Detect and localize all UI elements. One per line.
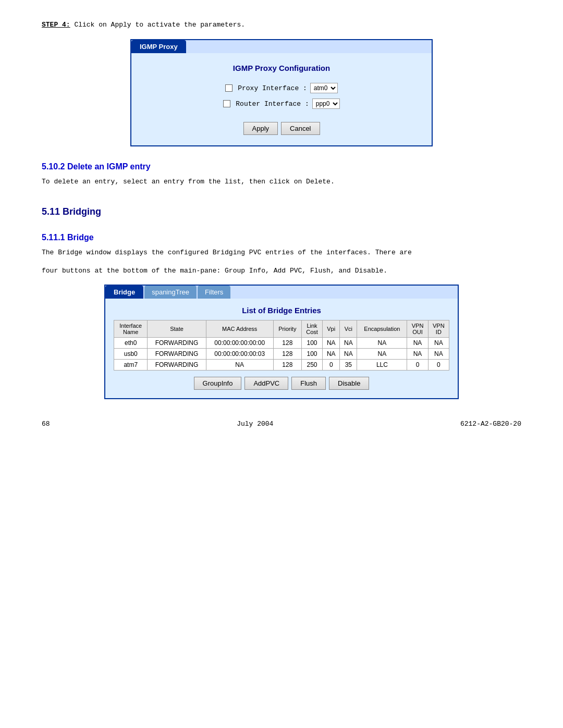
igmp-proxy-tab[interactable]: IGMP Proxy	[131, 40, 186, 53]
col-mac-address: MAC Address	[206, 320, 273, 338]
cell-eth0-mac: 00:00:00:00:00:00	[206, 338, 273, 349]
step-text: Click on Apply to activate the parameter…	[70, 21, 245, 29]
cell-atm7-encap: LLC	[357, 360, 407, 371]
cell-eth0-iface: eth0	[114, 338, 148, 349]
router-interface-row: Router Interface : ppp0 ppp1 eth0	[147, 98, 416, 109]
col-vpi: Vpi	[323, 320, 340, 338]
igmp-tab-row: IGMP Proxy	[131, 40, 432, 53]
cell-eth0-priority: 128	[273, 338, 301, 349]
filters-tab[interactable]: Filters	[198, 286, 230, 299]
apply-button[interactable]: Apply	[243, 122, 278, 135]
cell-usb0-mac: 00:00:00:00:00:03	[206, 349, 273, 360]
proxy-interface-row: Proxy Interface : atm0 atm1 eth0	[147, 83, 416, 93]
cell-usb0-vpnid: NA	[428, 349, 449, 360]
cell-usb0-state: FORWARDING	[148, 349, 206, 360]
footer-date: July 2004	[237, 420, 273, 428]
bridge-table-header: InterfaceName State MAC Address Priority…	[114, 320, 449, 338]
cancel-button[interactable]: Cancel	[281, 122, 320, 135]
router-interface-checkbox[interactable]	[223, 100, 230, 107]
router-interface-label: Router Interface :	[236, 100, 309, 108]
cell-usb0-priority: 128	[273, 349, 301, 360]
footer-doc: 6212-A2-GB20-20	[460, 420, 521, 428]
col-priority: Priority	[273, 320, 301, 338]
col-state: State	[148, 320, 206, 338]
addpvc-button[interactable]: AddPVC	[244, 377, 288, 390]
cell-usb0-vpi: NA	[323, 349, 340, 360]
cell-eth0-vpi: NA	[323, 338, 340, 349]
cell-atm7-vci: 35	[340, 360, 357, 371]
col-interface-name: InterfaceName	[114, 320, 148, 338]
section-5-10-2-body: To delete an entry, select an entry from…	[42, 177, 521, 188]
col-vpn-id: VPNID	[428, 320, 449, 338]
cell-usb0-encap: NA	[357, 349, 407, 360]
col-vpn-oui: VPNOUI	[407, 320, 428, 338]
flush-button[interactable]: Flush	[291, 377, 326, 390]
cell-atm7-mac: NA	[206, 360, 273, 371]
igmp-proxy-panel: IGMP Proxy IGMP Proxy Configuration Prox…	[130, 39, 433, 146]
igmp-button-row: Apply Cancel	[147, 122, 416, 135]
bridge-body: List of Bridge Entries InterfaceName Sta…	[105, 299, 458, 398]
cell-atm7-linkcost: 250	[301, 360, 322, 371]
cell-eth0-vci: NA	[340, 338, 357, 349]
footer: 68 July 2004 6212-A2-GB20-20	[42, 420, 521, 428]
cell-eth0-vpnid: NA	[428, 338, 449, 349]
cell-atm7-priority: 128	[273, 360, 301, 371]
cell-eth0-linkcost: 100	[301, 338, 322, 349]
cell-usb0-vci: NA	[340, 349, 357, 360]
step-instruction: STEP 4: Click on Apply to activate the p…	[42, 21, 521, 29]
bridge-list-title: List of Bridge Entries	[114, 306, 449, 315]
bridge-row-usb0[interactable]: usb0 FORWARDING 00:00:00:00:00:03 128 10…	[114, 349, 449, 360]
bridge-tab-active[interactable]: Bridge	[105, 286, 143, 299]
cell-eth0-state: FORWARDING	[148, 338, 206, 349]
cell-atm7-vpi: 0	[323, 360, 340, 371]
spanning-tree-tab[interactable]: spaningTree	[144, 286, 197, 299]
section-5-11-1-body1: The Bridge window displays the configure…	[42, 248, 521, 258]
cell-atm7-state: FORWARDING	[148, 360, 206, 371]
bridge-row-eth0[interactable]: eth0 FORWARDING 00:00:00:00:00:00 128 10…	[114, 338, 449, 349]
col-encapsulation: Encapsulation	[357, 320, 407, 338]
disable-button[interactable]: Disable	[329, 377, 369, 390]
bridge-button-row: GroupInfo AddPVC Flush Disable	[114, 377, 449, 390]
section-5-10-2-heading: 5.10.2 Delete an IGMP entry	[42, 162, 521, 171]
cell-usb0-iface: usb0	[114, 349, 148, 360]
step-label: STEP 4:	[42, 21, 70, 29]
col-link-cost: LinkCost	[301, 320, 322, 338]
col-vci: Vci	[340, 320, 357, 338]
bridge-panel: Bridge spaningTree Filters List of Bridg…	[104, 285, 459, 399]
groupinfo-button[interactable]: GroupInfo	[194, 377, 242, 390]
cell-atm7-iface: atm7	[114, 360, 148, 371]
cell-usb0-vpnoui: NA	[407, 349, 428, 360]
proxy-interface-label: Proxy Interface :	[238, 84, 307, 92]
igmp-config-title: IGMP Proxy Configuration	[147, 64, 416, 72]
bridge-row-atm7[interactable]: atm7 FORWARDING NA 128 250 0 35 LLC 0 0	[114, 360, 449, 371]
igmp-panel-body: IGMP Proxy Configuration Proxy Interface…	[131, 53, 432, 145]
bridge-table: InterfaceName State MAC Address Priority…	[114, 320, 449, 371]
proxy-interface-checkbox[interactable]	[225, 84, 232, 92]
proxy-interface-select[interactable]: atm0 atm1 eth0	[310, 83, 338, 93]
footer-page: 68	[42, 420, 50, 428]
section-5-11-1-body2: four buttons at the bottom of the main-p…	[42, 266, 521, 277]
cell-eth0-vpnoui: NA	[407, 338, 428, 349]
section-5-11-1-heading: 5.11.1 Bridge	[42, 233, 521, 242]
section-5-11-heading: 5.11 Bridging	[42, 206, 521, 217]
cell-eth0-encap: NA	[357, 338, 407, 349]
router-interface-select[interactable]: ppp0 ppp1 eth0	[312, 98, 340, 109]
cell-atm7-vpnoui: 0	[407, 360, 428, 371]
cell-atm7-vpnid: 0	[428, 360, 449, 371]
bridge-tab-row: Bridge spaningTree Filters	[105, 286, 458, 299]
cell-usb0-linkcost: 100	[301, 349, 322, 360]
